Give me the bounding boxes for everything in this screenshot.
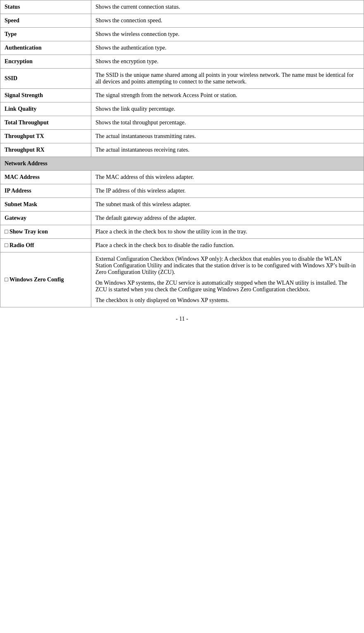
value-total-throughput: Shows the total throughput percentage. — [91, 116, 364, 130]
table-row-gateway: GatewayThe default gateway address of th… — [0, 212, 364, 225]
table-row-radio-off: □ Radio OffPlace a check in the check bo… — [0, 239, 364, 252]
main-table: StatusShows the current connection statu… — [0, 0, 364, 307]
value-speed: Shows the connection speed. — [91, 14, 364, 28]
value-link-quality: Shows the link quality percentage. — [91, 102, 364, 116]
label-ip-address: IP Address — [0, 184, 91, 198]
value-ssid: The SSID is the unique name shared among… — [91, 69, 364, 89]
table-row-ssid: SSIDThe SSID is the unique name shared a… — [0, 69, 364, 89]
table-row-type: TypeShows the wireless connection type. — [0, 28, 364, 41]
label-signal-strength: Signal Strength — [0, 89, 91, 102]
table-row-total-throughput: Total ThroughputShows the total throughp… — [0, 116, 364, 130]
table-row-authentication: AuthenticationShows the authentication t… — [0, 41, 364, 55]
label-subnet-mask: Subnet Mask — [0, 198, 91, 212]
label-mac-address: MAC Address — [0, 171, 91, 184]
value-signal-strength: The signal strength from the network Acc… — [91, 89, 364, 102]
value-subnet-mask: The subnet mask of this wireless adapter… — [91, 198, 364, 212]
value-encryption: Shows the encryption type. — [91, 55, 364, 69]
value-radio-off: Place a check in the check box to disabl… — [91, 239, 364, 252]
table-row-ip-address: IP AddressThe IP address of this wireles… — [0, 184, 364, 198]
value-show-tray-icon: Place a check in the check box to show t… — [91, 225, 364, 239]
table-row-link-quality: Link QualityShows the link quality perce… — [0, 102, 364, 116]
label-total-throughput: Total Throughput — [0, 116, 91, 130]
label-windows-zero-config: □ Windows Zero Config — [0, 252, 91, 307]
table-row-network-address: Network Address — [0, 157, 364, 171]
value-throughput-tx: The actual instantaneous transmitting ra… — [91, 130, 364, 143]
value-mac-address: The MAC address of this wireless adapter… — [91, 171, 364, 184]
label-encryption: Encryption — [0, 55, 91, 69]
table-row-throughput-tx: Throughput TXThe actual instantaneous tr… — [0, 130, 364, 143]
page-footer: - 11 - — [0, 316, 364, 322]
table-row-status: StatusShows the current connection statu… — [0, 0, 364, 14]
label-show-tray-icon: □ Show Tray icon — [0, 225, 91, 239]
section-header-network-address: Network Address — [0, 157, 364, 171]
label-authentication: Authentication — [0, 41, 91, 55]
value-authentication: Shows the authentication type. — [91, 41, 364, 55]
value-windows-zero-config: External Configuration Checkbox (Windows… — [91, 252, 364, 307]
table-row-mac-address: MAC AddressThe MAC address of this wirel… — [0, 171, 364, 184]
label-status: Status — [0, 0, 91, 14]
label-ssid: SSID — [0, 69, 91, 89]
label-speed: Speed — [0, 14, 91, 28]
table-row-speed: SpeedShows the connection speed. — [0, 14, 364, 28]
table-row-show-tray-icon: □ Show Tray iconPlace a check in the che… — [0, 225, 364, 239]
label-throughput-tx: Throughput TX — [0, 130, 91, 143]
table-row-throughput-rx: Throughput RXThe actual instantaneous re… — [0, 143, 364, 157]
table-row-signal-strength: Signal StrengthThe signal strength from … — [0, 89, 364, 102]
label-link-quality: Link Quality — [0, 102, 91, 116]
value-gateway: The default gateway address of the adapt… — [91, 212, 364, 225]
value-ip-address: The IP address of this wireless adapter. — [91, 184, 364, 198]
table-row-encryption: EncryptionShows the encryption type. — [0, 55, 364, 69]
value-throughput-rx: The actual instantaneous receiving rates… — [91, 143, 364, 157]
value-type: Shows the wireless connection type. — [91, 28, 364, 41]
label-throughput-rx: Throughput RX — [0, 143, 91, 157]
table-row-windows-zero-config: □ Windows Zero ConfigExternal Configurat… — [0, 252, 364, 307]
value-status: Shows the current connection status. — [91, 0, 364, 14]
page-wrapper: StatusShows the current connection statu… — [0, 0, 364, 322]
table-row-subnet-mask: Subnet MaskThe subnet mask of this wirel… — [0, 198, 364, 212]
label-type: Type — [0, 28, 91, 41]
label-radio-off: □ Radio Off — [0, 239, 91, 252]
label-gateway: Gateway — [0, 212, 91, 225]
